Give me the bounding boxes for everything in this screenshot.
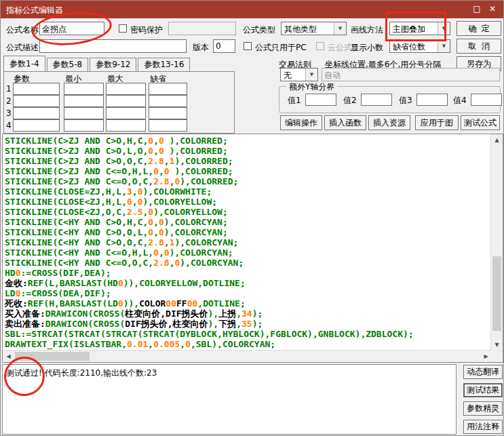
tab-params-2[interactable]: 参数5-8 — [47, 58, 89, 71]
test-result-button[interactable]: 测试结果 — [463, 383, 503, 397]
close-icon[interactable]: ✕ — [486, 3, 499, 15]
scroll-up-icon[interactable]: ▲ — [491, 134, 503, 146]
code-line: STICKLINE(C>ZJ AND C>O,L,O,0,0 ),COLORRE… — [5, 146, 489, 156]
y-value-label: 值2 — [343, 95, 357, 106]
dynamic-translate-button[interactable]: 动态翻译 — [463, 365, 503, 379]
y-value-label: 值4 — [453, 95, 467, 106]
maximize-icon[interactable]: □ — [471, 3, 483, 15]
formula-desc-input[interactable] — [39, 39, 187, 53]
code-line: STICKLINE(C<HY AND C>O,O,L,0,0),COLORCYA… — [5, 227, 489, 237]
param-input-r4c4[interactable] — [149, 119, 187, 132]
password-protect-label: 密码保护 — [130, 24, 163, 36]
chevron-down-icon[interactable]: ▼ — [438, 22, 450, 35]
vertical-scrollbar[interactable]: ▲ ▼ — [490, 134, 503, 351]
draw-method-label: 画线方法 — [351, 24, 383, 36]
pc-only-checkbox[interactable] — [244, 42, 252, 50]
param-input-r2c3[interactable] — [106, 95, 146, 107]
code-line: 死收:REF(H,BARSLAST(LD0)),COLOR00FF00,DOTL… — [5, 298, 489, 309]
edit-operation-button[interactable]: 编辑操作 — [280, 115, 322, 130]
param-row-number: 4 — [6, 121, 12, 130]
apply-to-chart-button[interactable]: 应用于图 — [415, 115, 459, 130]
window-title: 指标公式编辑器 — [6, 5, 63, 16]
code-line: STICKLINE(CLOSE<ZJ,O,C,2.5,0),COLORYELLO… — [5, 207, 489, 217]
scroll-right-icon[interactable]: ▶ — [480, 351, 492, 362]
cloud-formula-checkbox — [316, 42, 324, 50]
y-value-input-3[interactable] — [416, 94, 448, 106]
param-wizard-button[interactable]: 参数精灵 — [463, 401, 503, 416]
param-input-r1c4[interactable] — [149, 83, 187, 95]
param-row-number: 3 — [6, 108, 12, 118]
extra-y-title: 额外Y轴分界 — [286, 81, 337, 93]
code-line: STICKLINE(C<HY AND C<=O,H,L,0,0),COLORCY… — [5, 247, 489, 258]
tab-params-1[interactable]: 参数1-4 — [3, 56, 45, 71]
param-input-r4c2[interactable] — [64, 119, 104, 132]
horizontal-scrollbar[interactable]: ◀ ▶ — [3, 350, 492, 362]
tab-params-4[interactable]: 参数13-16 — [138, 58, 190, 71]
param-input-r3c4[interactable] — [149, 107, 187, 119]
code-line: STICKLINE(C>ZJ AND C<=O,O,C,2.8,0),COLOR… — [5, 176, 489, 186]
param-panel: 参数最小最大缺省 1234 — [3, 71, 235, 134]
code-line: STICKLINE(C<HY AND C>O,H,C,0,0),COLORCYA… — [5, 217, 489, 227]
formula-type-label: 公式类型 — [243, 24, 275, 36]
version-input[interactable]: 0 — [213, 39, 235, 53]
password-input — [168, 22, 236, 35]
code-line: STICKLINE(C>ZJ AND C>O,H,C,0,0 ),COLORRE… — [5, 136, 489, 146]
param-input-r3c3[interactable] — [106, 107, 146, 119]
code-line: SBL:=STRCAT(STRCAT(STRCAT(STRCAT(DYBLOCK… — [5, 329, 489, 339]
decimal-value: 缺省位数 — [393, 41, 425, 53]
trade-rule-select[interactable]: 无 ▼ — [280, 68, 318, 81]
param-input-r1c2[interactable] — [64, 83, 104, 95]
param-input-r1c3[interactable] — [106, 83, 146, 95]
y-value-input-1[interactable] — [305, 94, 336, 106]
scrollbar-corner — [491, 351, 503, 362]
decimal-select[interactable]: 缺省位数 ▼ — [389, 39, 450, 53]
pc-only-label: 公式只用于PC — [255, 42, 307, 54]
tab-params-3[interactable]: 参数9-12 — [90, 58, 136, 71]
code-line: DRAWTEXT_FIX(ISLASTBAR,0.01,0.005,0,SBL)… — [5, 339, 489, 349]
y-value-input-4[interactable] — [471, 94, 502, 106]
cancel-button[interactable]: 取 消 — [457, 39, 501, 54]
y-value-input-2[interactable] — [361, 94, 392, 106]
chevron-down-icon[interactable]: ▼ — [438, 40, 450, 52]
code-line: STICKLINE(C>ZJ AND C>O,O,C,2.8,1),COLORR… — [5, 156, 489, 166]
password-protect-checkbox[interactable] — [119, 24, 127, 33]
formula-type-value: 其他类型 — [284, 24, 317, 35]
code-line: STICKLINE(CLOSE<ZJ,H,L,0,0),COLORYELLOW; — [5, 197, 489, 207]
status-box: 测试通过! 代码长度:2110,输出线个数:23 — [2, 364, 457, 435]
param-input-r3c1[interactable] — [13, 107, 60, 119]
draw-method-select[interactable]: 主图叠加 ▼ — [389, 22, 450, 35]
test-formula-button[interactable]: 测试公式 — [461, 115, 500, 130]
horizontal-scroll-thumb[interactable] — [15, 352, 90, 361]
param-input-r2c1[interactable] — [13, 95, 60, 107]
code-editor[interactable]: STICKLINE(C>ZJ AND C>O,H,C,0,0 ),COLORRE… — [2, 134, 503, 363]
version-label: 版本 — [193, 42, 209, 54]
insert-function-button[interactable]: 插入函数 — [324, 115, 366, 130]
param-input-r2c4[interactable] — [149, 95, 187, 107]
vertical-scroll-thumb[interactable] — [492, 256, 501, 331]
chevron-down-icon[interactable]: ▼ — [305, 68, 317, 81]
chevron-down-icon[interactable]: ▼ — [334, 22, 346, 35]
extra-y-groupbox: 额外Y轴分界 值1值2值3值4 — [279, 86, 501, 113]
param-input-r1c1[interactable] — [13, 83, 60, 95]
y-value-label: 值1 — [288, 95, 301, 106]
formula-name-input[interactable]: 金拐点 — [39, 22, 104, 35]
code-line: HD0:=CROSS(DIF,DEA); — [5, 268, 489, 278]
insert-resource-button[interactable]: 插入资源 — [368, 115, 410, 130]
y-value-label: 值3 — [399, 95, 412, 106]
param-input-r3c2[interactable] — [64, 107, 104, 119]
param-input-r4c1[interactable] — [13, 119, 60, 132]
ok-button[interactable]: 确 定 — [457, 21, 501, 36]
scroll-down-icon[interactable]: ▼ — [491, 339, 503, 351]
title-bar: 指标公式编辑器 □ ✕ — [1, 1, 503, 18]
status-text: 测试通过! 代码长度:2110,输出线个数:23 — [6, 368, 157, 379]
decimal-label: 显示小数 — [351, 42, 383, 54]
usage-note-button[interactable]: 用法注释 — [463, 420, 503, 434]
code-line: STICKLINE(C<HY AND C<=O,O,C,2.8,0),COLOR… — [5, 258, 489, 268]
code-text[interactable]: STICKLINE(C>ZJ AND C>O,H,C,0,0 ),COLORRE… — [5, 136, 489, 349]
param-input-r2c2[interactable] — [64, 95, 104, 107]
scroll-left-icon[interactable]: ◀ — [3, 351, 14, 362]
param-input-r4c3[interactable] — [106, 119, 146, 132]
code-line: 买入准备:DRAWICON(CROSS(柱变向价,DIF拐头价),上拐,34); — [5, 309, 489, 319]
formula-desc-label: 公式描述 — [6, 42, 39, 54]
formula-type-select[interactable]: 其他类型 ▼ — [281, 22, 347, 35]
